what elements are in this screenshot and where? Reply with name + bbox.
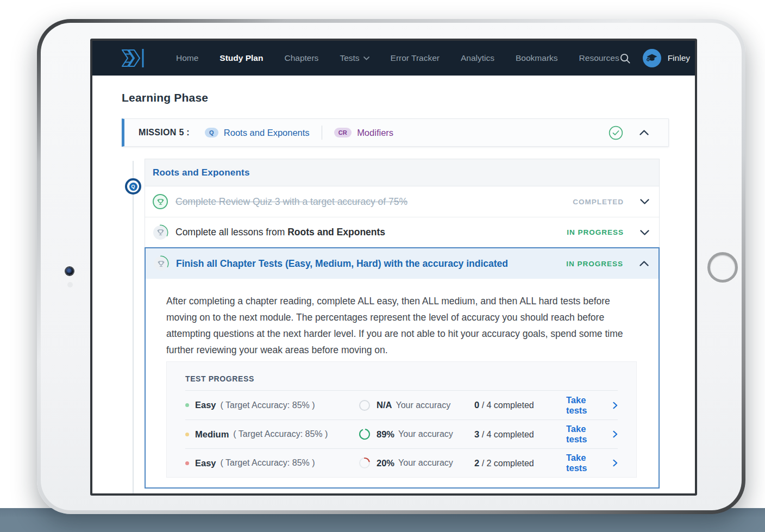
mission-header-card[interactable]: MISSION 5 : Q Roots and Exponents CR Mod… — [122, 118, 669, 147]
nav-item-resources[interactable]: Resources — [579, 53, 619, 63]
task-text-bold: Roots and Exponents — [287, 227, 385, 237]
brand-arrows-logo[interactable] — [121, 47, 146, 69]
level-name: Medium — [195, 429, 229, 440]
graduation-cap-icon — [645, 52, 659, 65]
completed-cell: 0 / 4 completed — [474, 400, 566, 410]
task-expanded-panel: Finish all Chapter Tests (Easy, Medium, … — [145, 247, 660, 489]
task-status-badge: IN PROGRESS — [567, 228, 624, 236]
completed-count: 3 — [474, 429, 479, 439]
home-button[interactable] — [707, 252, 738, 283]
accuracy-value: 89% — [377, 429, 394, 440]
nav-item-home[interactable]: Home — [176, 53, 198, 63]
tablet-bezel: Home Study Plan Chapters Tests Error Tra… — [41, 23, 742, 510]
chevron-right-icon — [613, 459, 618, 467]
accuracy-ring-icon — [359, 428, 371, 440]
completed-cell: 3 / 4 completed — [474, 429, 566, 440]
mission-timeline-line — [133, 161, 134, 496]
chevron-down-icon — [640, 230, 649, 235]
chevron-right-icon — [613, 430, 618, 438]
level-dot-icon — [185, 433, 189, 436]
nav-item-tests[interactable]: Tests — [340, 53, 369, 63]
completed-count: 0 — [474, 400, 479, 410]
completed-total: / 4 completed — [479, 430, 534, 439]
trophy-progress-icon — [153, 255, 169, 272]
chevron-up-icon — [639, 261, 649, 266]
section-card: Roots and Exponents — [145, 159, 660, 489]
task-row-chapter-tests[interactable]: Finish all Chapter Tests (Easy, Medium, … — [146, 248, 659, 279]
take-tests-link[interactable]: Take tests — [566, 395, 618, 416]
task-row-review-quiz[interactable]: Complete Review Quiz 3 with a target acc… — [145, 186, 659, 217]
mission-subject-quant[interactable]: Roots and Exponents — [224, 128, 310, 138]
accuracy-cell: 89% Your accuracy — [359, 428, 474, 440]
section-header: Roots and Exponents — [145, 159, 659, 186]
level-dot-icon — [185, 461, 189, 465]
level-name: Easy — [195, 458, 216, 468]
quant-section-node: Q — [125, 178, 141, 195]
test-progress-row: Easy ( Target Accuracy: 85% ) 20% — [185, 448, 618, 477]
accuracy-value: 20% — [377, 458, 394, 468]
accuracy-label: Your accuracy — [398, 429, 453, 439]
collapse-task-button[interactable] — [639, 261, 649, 266]
top-navbar: Home Study Plan Chapters Tests Error Tra… — [92, 41, 695, 76]
section-title: Roots and Exponents — [153, 167, 250, 178]
chevron-right-icon — [613, 402, 618, 409]
task-status-badge: IN PROGRESS — [566, 260, 623, 268]
task-details: After completing a chapter reading, comp… — [146, 279, 659, 487]
study-plan-page: Q Learning Phase MISSION 5 : Q Roots and… — [92, 90, 695, 496]
nav-item-tests-label: Tests — [340, 53, 359, 63]
search-icon[interactable] — [619, 53, 631, 64]
task-text: Finish all Chapter Tests (Easy, Medium, … — [176, 258, 508, 270]
test-progress-panel: TEST PROGRESS Easy ( Target Accuracy: 85… — [166, 361, 637, 478]
nav-item-analytics[interactable]: Analytics — [461, 53, 494, 63]
nav-item-chapters[interactable]: Chapters — [284, 53, 318, 63]
task-text-prefix: Complete all lessons from — [175, 227, 287, 237]
task-description: After completing a chapter reading, comp… — [166, 293, 637, 358]
take-tests-link[interactable]: Take tests — [566, 424, 618, 445]
accuracy-cell: N/A Your accuracy — [359, 399, 474, 411]
nav-item-bookmarks[interactable]: Bookmarks — [516, 53, 558, 63]
level-cell: Easy ( Target Accuracy: 85% ) — [185, 458, 359, 468]
tablet-device-frame: Home Study Plan Chapters Tests Error Tra… — [37, 19, 745, 514]
expand-task-button[interactable] — [640, 199, 649, 204]
quant-node-ring: Q — [127, 180, 139, 192]
test-progress-row: Easy ( Target Accuracy: 85% ) N/A You — [185, 391, 618, 420]
target-accuracy: ( Target Accuracy: 85% ) — [221, 458, 315, 468]
page-title: Learning Phase — [122, 90, 695, 106]
chevron-up-icon[interactable] — [639, 130, 649, 135]
completed-count: 2 — [474, 458, 479, 468]
nav-item-study-plan[interactable]: Study Plan — [220, 53, 263, 63]
expand-task-button[interactable] — [640, 230, 649, 235]
accuracy-cell: 20% Your accuracy — [359, 457, 474, 469]
chevron-down-icon — [640, 199, 649, 204]
cr-badge: CR — [334, 128, 352, 137]
level-cell: Medium ( Target Accuracy: 85% ) — [185, 429, 359, 440]
target-accuracy: ( Target Accuracy: 85% ) — [233, 429, 328, 439]
target-accuracy: ( Target Accuracy: 85% ) — [221, 400, 315, 410]
task-status-badge: COMPLETED — [573, 198, 624, 206]
nav-item-error-tracker[interactable]: Error Tracker — [391, 53, 440, 63]
accuracy-value: N/A — [377, 400, 392, 410]
completed-total: / 4 completed — [479, 400, 534, 410]
completed-total: / 2 completed — [479, 459, 534, 468]
chevron-down-icon — [363, 57, 369, 60]
mission-label: MISSION 5 : — [139, 128, 190, 137]
level-dot-icon — [185, 403, 189, 407]
task-text: Complete Review Quiz 3 with a target acc… — [175, 196, 407, 208]
trophy-progress-icon — [152, 224, 168, 241]
accuracy-ring-icon — [359, 399, 371, 411]
accuracy-label: Your accuracy — [396, 400, 450, 410]
task-text: Complete all lessons from Roots and Expo… — [175, 227, 385, 238]
completed-cell: 2 / 2 completed — [474, 458, 566, 468]
accuracy-label: Your accuracy — [398, 458, 453, 468]
take-tests-label: Take tests — [566, 395, 607, 416]
level-cell: Easy ( Target Accuracy: 85% ) — [185, 400, 359, 410]
take-tests-link[interactable]: Take tests — [566, 453, 618, 473]
user-name[interactable]: Finley — [668, 53, 690, 63]
mission-subject-verbal[interactable]: Modifiers — [357, 128, 393, 138]
test-progress-title: TEST PROGRESS — [185, 362, 618, 391]
task-row-lessons[interactable]: Complete all lessons from Roots and Expo… — [145, 217, 659, 247]
trophy-icon — [152, 193, 168, 210]
test-progress-row: Medium ( Target Accuracy: 85% ) 89% Y — [185, 420, 618, 448]
quant-badge: Q — [205, 128, 218, 137]
avatar[interactable] — [643, 49, 661, 67]
